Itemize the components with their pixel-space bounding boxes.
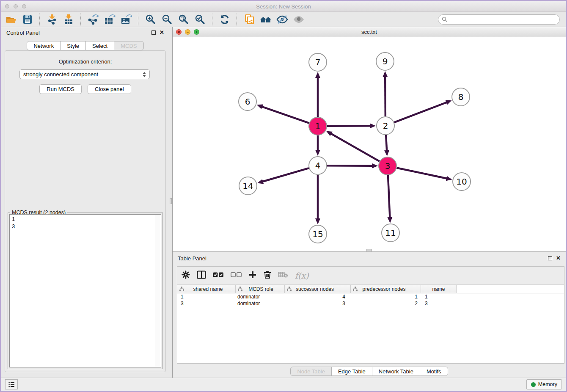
function-builder-icon[interactable]: f(x) — [295, 271, 309, 280]
column-hierarchy-icon — [353, 287, 358, 293]
column-header-successor-nodes[interactable]: successor nodes — [285, 285, 351, 293]
cell-name[interactable]: 1 — [421, 293, 457, 300]
cell-predecessor-nodes[interactable]: 1 — [351, 293, 421, 300]
hide-selected-icon[interactable] — [276, 14, 289, 25]
graph-edge-4-14[interactable] — [262, 168, 309, 182]
close-panel-button[interactable]: Close panel — [88, 84, 131, 94]
cell-shared-name[interactable]: 1 — [177, 293, 236, 300]
graph-node-15[interactable]: 15 — [308, 225, 327, 243]
import-network-icon[interactable] — [46, 14, 58, 25]
delete-icon[interactable] — [264, 271, 271, 281]
graph-edge-4-3[interactable] — [327, 166, 373, 166]
graph-edge-3-11[interactable] — [388, 175, 390, 218]
export-table-icon[interactable] — [103, 14, 116, 25]
cell-mcds-role[interactable]: dominator — [236, 293, 285, 300]
graph-edge-1-2[interactable] — [327, 126, 371, 126]
copy-network-icon[interactable] — [243, 14, 256, 25]
panel-splitter[interactable] — [169, 27, 172, 378]
minimize-window-button[interactable] — [14, 4, 18, 8]
close-window-button[interactable] — [5, 4, 9, 8]
control-panel-title: Control Panel — [6, 30, 40, 36]
close-panel-icon[interactable]: ✕ — [160, 30, 164, 35]
tab-edge-table[interactable]: Edge Table — [331, 367, 372, 376]
float-table-panel-icon[interactable] — [548, 256, 552, 260]
tab-select[interactable]: Select — [85, 41, 114, 50]
column-header-name[interactable]: name — [421, 285, 457, 293]
network-close-button[interactable]: ✕ — [176, 29, 182, 35]
run-mcds-button[interactable]: Run MCDS — [39, 84, 82, 94]
control-panel-header: Control Panel ✕ — [1, 27, 169, 38]
column-header-shared-name[interactable]: shared name — [177, 285, 236, 293]
open-session-icon[interactable] — [5, 14, 17, 25]
import-table-icon[interactable] — [62, 14, 75, 25]
graph-node-11[interactable]: 11 — [381, 224, 400, 242]
graph-edge-2-3[interactable] — [386, 135, 387, 151]
graph-node-1[interactable]: 1 — [308, 117, 327, 135]
graph-edge-2-9[interactable] — [385, 76, 385, 116]
export-network-icon[interactable] — [87, 14, 99, 25]
delete-table-icon[interactable] — [278, 271, 288, 280]
memory-button[interactable]: Memory — [526, 379, 562, 389]
zoom-out-icon[interactable] — [161, 14, 173, 25]
graph-edge-2-8[interactable] — [394, 102, 447, 122]
tab-node-table[interactable]: Node Table — [290, 367, 332, 376]
mcds-result-textarea[interactable]: 1 3 — [9, 214, 161, 367]
zoom-window-button[interactable] — [22, 4, 26, 8]
graph-node-7[interactable]: 7 — [308, 53, 327, 72]
tab-network-table[interactable]: Network Table — [372, 367, 420, 376]
first-neighbors-icon[interactable] — [259, 14, 272, 25]
export-image-icon[interactable] — [120, 14, 132, 25]
graph-node-4[interactable]: 4 — [308, 156, 327, 175]
control-panel-tabs: Network Style Select MCDS — [1, 41, 169, 50]
graph-node-label: 10 — [456, 177, 467, 187]
graph-node-3[interactable]: 3 — [378, 157, 397, 175]
network-zoom-button[interactable]: + — [194, 29, 199, 35]
graph-node-9[interactable]: 9 — [376, 52, 394, 71]
cell-predecessor-nodes[interactable]: 2 — [351, 300, 421, 307]
cell-name[interactable]: 3 — [421, 300, 457, 307]
graph-node-6[interactable]: 6 — [238, 92, 257, 111]
zoom-fit-icon[interactable] — [177, 14, 190, 25]
show-all-icon[interactable] — [292, 14, 305, 25]
search-input[interactable] — [438, 14, 560, 25]
save-session-icon[interactable] — [21, 14, 34, 25]
zoom-selected-icon[interactable] — [194, 14, 206, 25]
gear-icon[interactable] — [182, 271, 190, 281]
deselect-all-icon[interactable] — [231, 272, 242, 279]
task-history-button[interactable] — [5, 379, 18, 389]
cell-successor-nodes[interactable]: 3 — [285, 300, 351, 307]
cell-shared-name[interactable]: 3 — [177, 300, 236, 307]
network-minimize-button[interactable]: − — [185, 29, 190, 35]
graph-edge-3-10[interactable] — [397, 168, 447, 179]
cell-successor-nodes[interactable]: 4 — [285, 293, 351, 300]
column-header-predecessor-nodes[interactable]: predecessor nodes — [351, 285, 421, 293]
zoom-in-icon[interactable] — [144, 14, 157, 25]
graph-node-10[interactable]: 10 — [452, 172, 471, 191]
tab-motifs[interactable]: Motifs — [420, 367, 448, 376]
criterion-dropdown[interactable]: strongly connected component — [19, 69, 150, 79]
close-table-panel-icon[interactable]: ✕ — [556, 256, 561, 260]
graph-edge-1-6[interactable] — [261, 107, 309, 123]
splitter-grip[interactable] — [170, 198, 172, 204]
network-window-grip[interactable] — [366, 249, 372, 252]
columns-icon[interactable] — [197, 271, 206, 281]
graph-node-14[interactable]: 14 — [239, 177, 257, 195]
graph-node-2[interactable]: 2 — [376, 116, 395, 135]
tab-network[interactable]: Network — [27, 41, 61, 50]
graph-edge-3-1[interactable] — [330, 133, 379, 161]
table-row[interactable]: 3 dominator 3 2 3 — [177, 300, 564, 307]
cell-mcds-role[interactable]: dominator — [236, 300, 285, 307]
refresh-icon[interactable] — [218, 14, 231, 25]
column-header-mcds-role[interactable]: MCDS role — [236, 285, 285, 293]
graph-canvas[interactable]: 1234678910111415 — [173, 37, 566, 251]
result-scrollbar[interactable] — [155, 215, 161, 367]
float-panel-icon[interactable] — [151, 30, 156, 35]
table-row[interactable]: 1 dominator 4 1 1 — [177, 293, 564, 300]
window-controls — [5, 4, 26, 8]
mcds-result-text: 1 3 — [10, 215, 161, 231]
tab-style[interactable]: Style — [60, 41, 86, 50]
add-icon[interactable] — [248, 271, 257, 281]
select-all-icon[interactable] — [213, 272, 224, 279]
tab-mcds[interactable]: MCDS — [114, 41, 143, 50]
graph-node-8[interactable]: 8 — [451, 88, 470, 106]
